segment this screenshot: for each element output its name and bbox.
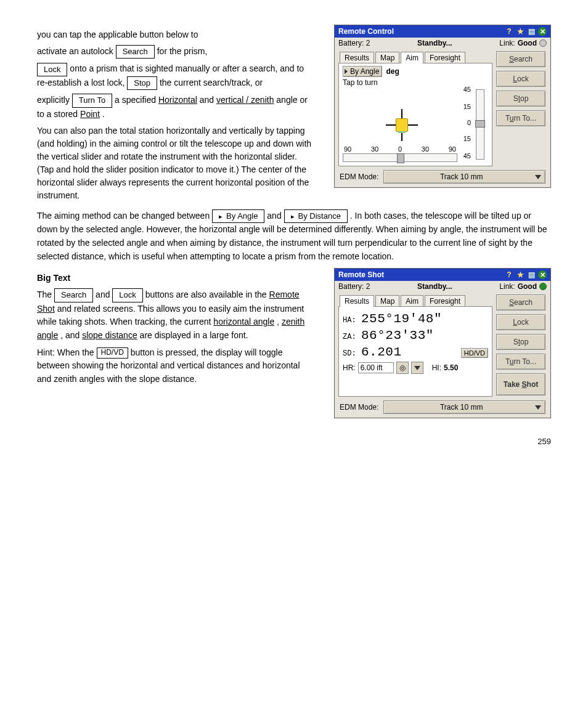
page-number: 259 <box>37 437 551 446</box>
titlebar: Remote Control ? ★ ▤ ✕ <box>335 25 550 38</box>
turnto-button[interactable]: Turn To... <box>496 110 545 126</box>
lock-button[interactable]: Lock <box>496 314 545 330</box>
lock-button[interactable]: Lock <box>496 71 545 87</box>
chevron-down-icon <box>535 175 541 179</box>
edm-mode-value: Track 10 mm <box>388 403 535 412</box>
turnto-button[interactable]: Turn To... <box>496 354 545 370</box>
window-title: Remote Control <box>338 27 394 36</box>
unit-label: deg <box>386 67 399 76</box>
by-distance-button-ref: By Distance <box>284 209 348 223</box>
text: The aiming method can be changed between… <box>37 209 551 264</box>
tab-foresight[interactable]: Foresight <box>425 52 465 63</box>
ha-value: 255°19'48" <box>361 312 442 326</box>
tabs: Results Map Aim Foresight <box>340 51 492 63</box>
lock-button-ref2: Lock <box>112 288 142 302</box>
help-icon[interactable]: ? <box>505 270 513 279</box>
status-text: Standby... <box>417 282 452 291</box>
window-title: Remote Shot <box>338 270 384 279</box>
text: Hint: When the HD/VD button is pressed, … <box>37 346 316 386</box>
hr-dropdown[interactable] <box>411 362 423 374</box>
chevron-right-icon <box>345 69 348 74</box>
chevron-down-icon <box>414 366 420 370</box>
tab-results[interactable]: Results <box>340 295 374 307</box>
status-bar: Battery: 2 Standby... Link: Good <box>335 38 550 49</box>
search-button[interactable]: Search <box>496 294 545 310</box>
edm-mode-dropdown[interactable]: Track 10 mm <box>383 400 545 414</box>
battery-label: Battery: 2 <box>338 282 370 291</box>
lock-button-ref: Lock <box>37 63 67 76</box>
text: The Search and Lock buttons are also ava… <box>37 288 316 343</box>
vslider-thumb[interactable] <box>475 120 485 128</box>
hr-label: HR: <box>343 363 356 372</box>
text: Lock onto a prism that is sighted manual… <box>37 62 316 90</box>
star-icon[interactable]: ★ <box>516 27 525 36</box>
crosshair-icon <box>386 109 418 141</box>
text: you can tap the applicable button below … <box>37 28 316 41</box>
results-pane: HA: 255°19'48" ZA: 86°23'33" SD: 6.201 H… <box>338 306 492 397</box>
hi-value: 5.50 <box>444 363 458 372</box>
ha-label: HA: <box>343 316 357 325</box>
edm-label: EDM Mode: <box>340 403 378 412</box>
text: explicitly Turn To a specified Horizonta… <box>37 94 316 120</box>
vertical-slider[interactable]: 45 15 0 15 45 <box>460 87 487 161</box>
titlebar: Remote Shot ? ★ ▤ ✕ <box>335 269 550 281</box>
status-text: Standby... <box>417 39 452 47</box>
tab-map[interactable]: Map <box>375 52 399 63</box>
star-icon[interactable]: ★ <box>516 270 525 279</box>
options-icon[interactable]: ▤ <box>527 270 536 279</box>
turnto-button-ref: Turn To <box>72 94 112 107</box>
hr-input[interactable]: 6.00 ift <box>358 362 394 373</box>
big-text-heading: Big Text <box>37 272 316 285</box>
sd-label: SD: <box>343 349 357 358</box>
sd-value: 6.201 <box>361 345 402 359</box>
link-value: Good <box>518 39 537 47</box>
stop-button[interactable]: Stop <box>496 91 545 107</box>
help-icon[interactable]: ? <box>505 27 513 36</box>
stop-button-ref: Stop <box>127 76 157 90</box>
edm-label: EDM Mode: <box>340 172 378 181</box>
search-button-ref: Search <box>116 45 155 59</box>
tab-results[interactable]: Results <box>340 52 374 63</box>
hdvd-button[interactable]: HD/VD <box>461 348 488 358</box>
take-shot-button[interactable]: Take Shot <box>496 373 545 396</box>
target-icon[interactable]: ◎ <box>396 362 409 374</box>
tab-aim[interactable]: Aim <box>401 52 423 63</box>
horizontal-slider[interactable]: 90 30 0 30 90 <box>343 145 457 162</box>
hi-label: HI: <box>432 363 441 372</box>
aim-method-value: By Angle <box>350 67 379 76</box>
link-indicator-icon <box>539 39 547 47</box>
tabs: Results Map Aim Foresight <box>340 294 492 306</box>
link-label: Link: <box>499 39 515 47</box>
close-icon[interactable]: ✕ <box>538 270 547 279</box>
close-icon[interactable]: ✕ <box>538 27 547 36</box>
link-value: Good <box>518 282 537 291</box>
remote-control-window: Remote Control ? ★ ▤ ✕ Battery: 2 Standb… <box>334 25 551 188</box>
battery-label: Battery: 2 <box>338 39 370 47</box>
za-value: 86°23'33" <box>361 328 434 343</box>
tab-aim[interactable]: Aim <box>401 295 423 307</box>
hdvd-button-ref: HD/VD <box>97 347 128 358</box>
aim-pane: By Angle deg Tap to turn 45 <box>338 63 492 166</box>
text: activate an autolock Search for the pris… <box>37 45 316 59</box>
search-button[interactable]: Search <box>496 51 545 67</box>
aim-method-dropdown[interactable]: By Angle <box>343 66 382 77</box>
aim-control[interactable]: 45 15 0 15 45 90 30 <box>343 88 488 162</box>
stop-button[interactable]: Stop <box>496 334 545 350</box>
options-icon[interactable]: ▤ <box>527 27 536 36</box>
by-angle-button-ref: By Angle <box>212 209 264 223</box>
hslider-thumb[interactable] <box>397 153 404 163</box>
link-indicator-icon <box>539 283 547 290</box>
text: You can also pan the total station horiz… <box>37 124 316 202</box>
link-label: Link: <box>499 282 515 291</box>
search-button-ref2: Search <box>54 288 93 302</box>
edm-mode-value: Track 10 mm <box>388 172 535 181</box>
instrument-icon <box>396 118 408 132</box>
status-bar: Battery: 2 Standby... Link: Good <box>335 281 550 292</box>
tab-map[interactable]: Map <box>375 295 399 307</box>
za-label: ZA: <box>343 333 357 341</box>
edm-mode-dropdown[interactable]: Track 10 mm <box>383 170 545 184</box>
tab-foresight[interactable]: Foresight <box>425 295 465 307</box>
remote-shot-window: Remote Shot ? ★ ▤ ✕ Battery: 2 Standby..… <box>334 268 551 418</box>
chevron-down-icon <box>535 405 541 410</box>
